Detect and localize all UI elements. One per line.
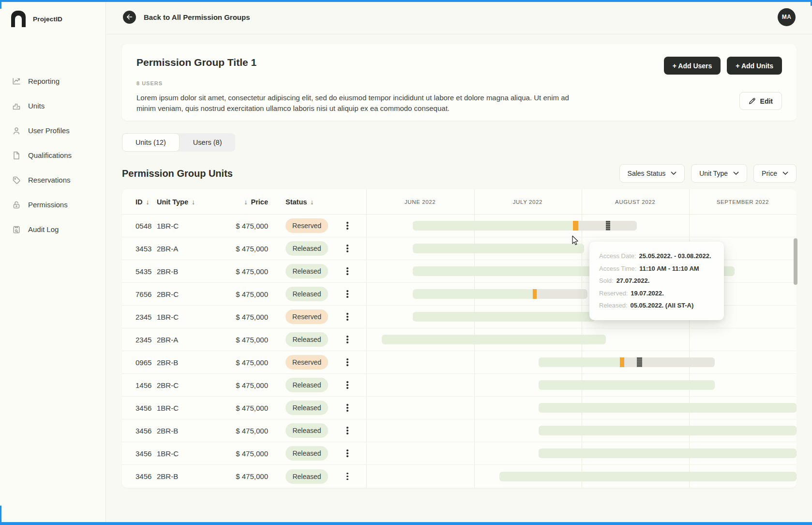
status-badge: Released — [286, 287, 328, 301]
sidebar-item-audit-log[interactable]: Audit Log — [0, 217, 105, 242]
gantt-cell — [366, 374, 797, 396]
row-menu-button[interactable] — [344, 470, 351, 483]
table-row: 3456 1BR-C $ 475,000 Released — [122, 397, 797, 419]
gantt-bar[interactable] — [413, 221, 637, 231]
column-unit-type[interactable]: Unit Type — [157, 198, 188, 206]
sidebar-item-user-profiles[interactable]: User Profiles — [0, 118, 105, 143]
edit-button[interactable]: Edit — [739, 92, 782, 110]
gantt-tooltip: Access Date:25.05.2022. - 03.08.2022.Acc… — [589, 242, 724, 320]
gantt-segment-released — [539, 403, 797, 413]
gantt-segment-released — [539, 380, 715, 390]
sort-desc-icon: ↓ — [244, 198, 248, 206]
status-badge: Released — [286, 264, 328, 278]
sidebar-item-qualifications[interactable]: Qualifications — [0, 143, 105, 168]
tab-users-8[interactable]: Users (8) — [180, 133, 236, 152]
gantt-month-label: AUGUST 2022 — [582, 199, 689, 205]
chevron-down-icon — [733, 171, 739, 175]
gantt-bar[interactable] — [539, 426, 797, 435]
row-menu-button[interactable] — [344, 219, 351, 232]
back-button[interactable] — [123, 11, 136, 24]
gantt-bar[interactable] — [413, 244, 584, 253]
gantt-bar[interactable] — [413, 312, 595, 322]
user-profiles-icon — [12, 126, 21, 135]
sort-desc-icon: ↓ — [146, 198, 150, 206]
cell-status: Released — [268, 241, 329, 256]
audit-log-icon — [12, 225, 21, 234]
gantt-cell — [366, 465, 797, 488]
sidebar-item-label: Audit Log — [28, 225, 59, 233]
tooltip-row: Sold:27.07.2022. — [599, 275, 714, 287]
screen-share-border-top — [0, 0, 812, 2]
tooltip-label: Access Date: — [599, 252, 636, 260]
cell-unit-id: 3456 — [122, 449, 157, 458]
add-units-button[interactable]: + Add Units — [727, 57, 782, 75]
gantt-bar[interactable] — [539, 403, 797, 413]
cell-unit-id: 2345 — [122, 313, 157, 321]
gantt-bar[interactable] — [539, 380, 715, 390]
row-menu-button[interactable] — [344, 287, 351, 301]
cell-status: Released — [268, 332, 329, 347]
sidebar-nav: Reporting Units User Profiles Qualificat… — [0, 69, 105, 242]
permission-group-card: Permission Group Title 1 + Add Users + A… — [122, 44, 797, 121]
row-menu-button[interactable] — [344, 242, 351, 255]
filter-sales-status[interactable]: Sales Status — [619, 164, 685, 183]
sidebar-item-units[interactable]: Units — [0, 93, 105, 118]
row-menu-button[interactable] — [344, 355, 351, 369]
gantt-segment-released — [382, 335, 606, 344]
topbar: Back to All Permission Groups MA — [106, 0, 812, 34]
row-menu-button[interactable] — [344, 333, 351, 346]
cell-price: $ 475,000 — [220, 358, 268, 367]
column-price[interactable]: Price — [251, 198, 268, 206]
cell-price: $ 475,000 — [220, 222, 268, 230]
gantt-bar[interactable] — [539, 448, 797, 458]
gantt-cell — [366, 260, 797, 282]
gantt-bar[interactable] — [539, 357, 715, 367]
tooltip-value: 25.05.2022. - 03.08.2022. — [639, 252, 711, 260]
sidebar: ProjectID Reporting Units User Profiles … — [0, 0, 106, 525]
gantt-segment-released — [539, 357, 620, 367]
scrollbar-thumb[interactable] — [794, 238, 797, 285]
pencil-icon — [749, 97, 756, 105]
cell-price: $ 475,000 — [220, 449, 268, 458]
table-row: 0965 2BR-B $ 475,000 Reserved — [122, 351, 797, 374]
row-menu-button[interactable] — [344, 310, 351, 324]
filter-unit-type[interactable]: Unit Type — [691, 164, 747, 183]
sidebar-item-label: Units — [28, 102, 45, 110]
tabs: Units (12)Users (8) — [122, 133, 235, 152]
table-row: 3456 1BR-C $ 475,000 Released — [122, 442, 797, 465]
row-menu-button[interactable] — [344, 424, 351, 437]
sidebar-item-label: Reporting — [28, 77, 60, 85]
gantt-segment-handle — [637, 357, 642, 367]
filter-price[interactable]: Price — [753, 164, 797, 183]
add-users-button[interactable]: + Add Users — [664, 57, 721, 75]
gantt-segment-sold — [533, 289, 537, 299]
column-id[interactable]: ID — [135, 198, 143, 206]
row-menu-button[interactable] — [344, 401, 351, 415]
gantt-segment-released — [413, 289, 533, 299]
gantt-cell — [366, 283, 797, 305]
column-status[interactable]: Status — [286, 198, 307, 206]
tooltip-value: 11:10 AM - 11:10 AM — [639, 265, 699, 272]
qualifications-icon — [12, 151, 21, 160]
gantt-bar[interactable] — [413, 289, 587, 299]
cell-unit-type: 2BR-C — [157, 290, 220, 298]
gantt-bar[interactable] — [499, 472, 797, 481]
cell-unit-id: 3453 — [122, 245, 157, 253]
sidebar-item-permissions[interactable]: Permissions — [0, 192, 105, 217]
tab-units-12[interactable]: Units (12) — [122, 133, 180, 152]
sidebar-item-reporting[interactable]: Reporting — [0, 69, 105, 93]
avatar[interactable]: MA — [778, 8, 796, 26]
tooltip-label: Released: — [599, 302, 628, 309]
gantt-bar[interactable] — [382, 335, 606, 344]
mouse-cursor — [572, 235, 581, 247]
cell-status: Released — [268, 378, 329, 392]
gantt-month-headers: JUNE 2022JULY 2022AUGUST 2022SEPTEMBER 2… — [366, 189, 797, 214]
row-menu-button[interactable] — [344, 447, 351, 460]
row-menu-button[interactable] — [344, 378, 351, 392]
row-menu-button[interactable] — [344, 264, 351, 278]
gantt-month-label: JUNE 2022 — [366, 199, 474, 205]
sidebar-item-reservations[interactable]: Reservations — [0, 168, 105, 192]
cell-unit-type: 2BR-A — [157, 336, 220, 344]
status-badge: Released — [286, 469, 328, 484]
cell-unit-id: 1456 — [122, 381, 157, 389]
